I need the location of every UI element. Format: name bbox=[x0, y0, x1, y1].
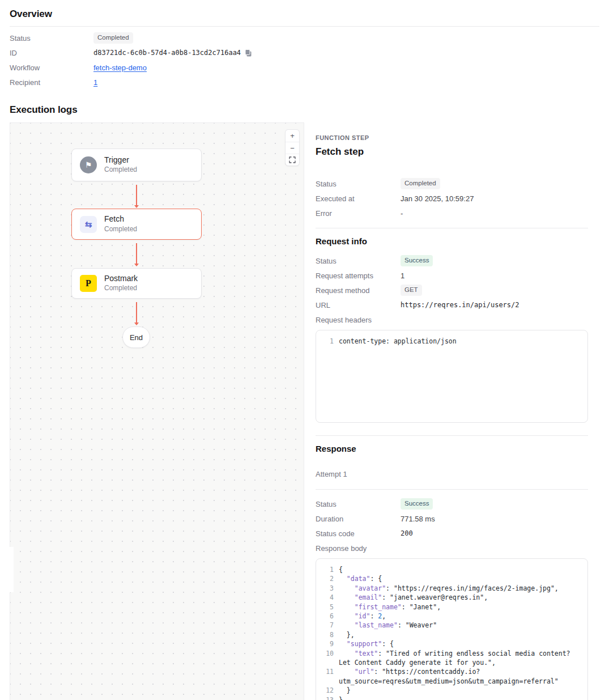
field-row: Recipient1 bbox=[10, 75, 599, 90]
workflow-node-fetch[interactable]: ⇆FetchCompleted bbox=[71, 209, 202, 240]
field-label: ID bbox=[10, 49, 93, 57]
request-info-rows: StatusSuccessRequest attempts1Request me… bbox=[316, 253, 588, 327]
code-line: 1{ bbox=[322, 565, 582, 574]
step-status-badge: Completed bbox=[401, 178, 440, 189]
request-method-badge: GET bbox=[401, 285, 422, 296]
edge-arrow bbox=[136, 243, 137, 264]
execution-logs-title: Execution logs bbox=[10, 104, 599, 116]
code-text: "support": { bbox=[339, 639, 582, 648]
canvas-controls: + − bbox=[285, 129, 300, 166]
field-label: Status bbox=[10, 34, 93, 43]
code-text: "avatar": "https://reqres.in/img/faces/2… bbox=[339, 584, 582, 593]
zoom-out-button[interactable]: − bbox=[286, 142, 299, 154]
field-label: Executed at bbox=[316, 194, 401, 203]
step-detail-panel: FUNCTION STEP Fetch step StatusCompleted… bbox=[316, 122, 588, 700]
field-row: Request headers bbox=[316, 312, 588, 327]
code-line: 9 "support": { bbox=[322, 639, 582, 648]
zoom-in-button[interactable]: + bbox=[286, 130, 299, 142]
field-label: Request headers bbox=[316, 316, 401, 324]
workflow-canvas[interactable]: + − ⚑TriggerCompleted⇆FetchCompletedPPos… bbox=[10, 122, 304, 700]
field-label: Recipient bbox=[10, 78, 93, 87]
field-label: Workflow bbox=[10, 63, 93, 72]
code-line: 10 "text": "Tired of writing endless soc… bbox=[322, 649, 582, 668]
line-number: 5 bbox=[322, 603, 334, 612]
divider bbox=[316, 435, 588, 436]
node-title: Postmark bbox=[104, 274, 138, 284]
request-info-title: Request info bbox=[316, 236, 588, 246]
workflow-node-postmark[interactable]: PPostmarkCompleted bbox=[71, 268, 202, 299]
response-body-code[interactable]: 1{2 "data": {3 "avatar": "https://reqres… bbox=[316, 558, 588, 700]
code-line: 8 }, bbox=[322, 630, 582, 639]
field-row: Response body bbox=[316, 541, 588, 555]
run-id: d83721dc-6c0b-57d4-a0b8-13cd2c716aa4 bbox=[93, 49, 241, 57]
line-number: 8 bbox=[322, 630, 334, 639]
line-number: 2 bbox=[322, 574, 334, 583]
field-row: StatusCompleted bbox=[10, 31, 599, 45]
line-number: 12 bbox=[322, 686, 334, 695]
response-rows: StatusSuccessDuration771.58 msStatus cod… bbox=[316, 497, 588, 555]
run-status-badge: Completed bbox=[93, 32, 133, 44]
error-value: - bbox=[401, 209, 403, 218]
fit-view-icon bbox=[289, 156, 296, 163]
field-row: Status code200 bbox=[316, 526, 588, 541]
code-text: }, bbox=[339, 630, 582, 639]
duration-value: 771.58 ms bbox=[401, 515, 435, 523]
executed-at-value: Jan 30 2025, 10:59:27 bbox=[401, 194, 474, 203]
code-line: 6 "id": 2, bbox=[322, 612, 582, 621]
line-number: 7 bbox=[322, 621, 334, 630]
request-attempts-value: 1 bbox=[401, 271, 404, 280]
field-row: StatusSuccess bbox=[316, 253, 588, 268]
node-title: Fetch bbox=[104, 214, 137, 224]
overview-title: Overview bbox=[10, 9, 599, 20]
edge-arrow bbox=[136, 302, 137, 323]
workflow-link: fetch-step-demo bbox=[93, 63, 147, 72]
recipient-link: 1 bbox=[93, 78, 97, 87]
end-node[interactable]: End bbox=[122, 326, 150, 348]
field-row: URLhttps://reqres.in/api/users/2 bbox=[316, 298, 588, 312]
node-title: Trigger bbox=[104, 155, 137, 166]
recipient-link[interactable]: 1 bbox=[93, 78, 97, 87]
code-text: "email": "janet.weaver@reqres.in", bbox=[339, 593, 582, 602]
code-text: content-type: application/json bbox=[339, 337, 582, 346]
request-headers-code[interactable]: 1content-type: application/json bbox=[316, 330, 588, 423]
executed-at-value: Jan 30 2025, 10:59:27 bbox=[401, 194, 474, 203]
code-line: 5 "first_name": "Janet", bbox=[322, 603, 582, 612]
code-lines: 1{2 "data": {3 "avatar": "https://reqres… bbox=[322, 565, 582, 700]
code-text: "id": 2, bbox=[339, 612, 582, 621]
code-text: { bbox=[339, 565, 582, 574]
execution-detail-page: Overview StatusCompletedIDd83721dc-6c0b-… bbox=[0, 0, 609, 700]
field-row: Workflowfetch-step-demo bbox=[10, 60, 599, 75]
request-url-value: https://reqres.in/api/users/2 bbox=[401, 301, 519, 309]
field-row: Executed atJan 30 2025, 10:59:27 bbox=[316, 191, 588, 206]
node-text: TriggerCompleted bbox=[104, 155, 137, 175]
fit-view-button[interactable] bbox=[286, 154, 299, 166]
postmark-icon: P bbox=[80, 275, 97, 292]
workflow-link[interactable]: fetch-step-demo bbox=[93, 63, 147, 72]
field-label: Error bbox=[316, 209, 401, 218]
node-text: FetchCompleted bbox=[104, 214, 137, 234]
code-text: "data": { bbox=[339, 574, 582, 583]
code-line: 7 "last_name": "Weaver" bbox=[322, 621, 582, 630]
response-status-badge: Success bbox=[401, 498, 433, 510]
duration-value: 771.58 ms bbox=[401, 515, 435, 523]
code-text: "first_name": "Janet", bbox=[339, 603, 582, 612]
line-number: 9 bbox=[322, 639, 334, 648]
node-subtitle: Completed bbox=[104, 166, 137, 175]
node-subtitle: Completed bbox=[104, 284, 138, 293]
workflow-node-trigger[interactable]: ⚑TriggerCompleted bbox=[71, 149, 202, 181]
run-status-badge: Completed bbox=[93, 32, 133, 44]
line-number: 10 bbox=[322, 649, 334, 668]
field-label: URL bbox=[316, 301, 401, 309]
line-number: 11 bbox=[322, 667, 334, 686]
copy-icon[interactable] bbox=[245, 49, 252, 57]
field-label: Status bbox=[316, 500, 401, 508]
status-code-value: 200 bbox=[401, 529, 413, 537]
step-meta: StatusCompletedExecuted atJan 30 2025, 1… bbox=[316, 176, 588, 220]
node-subtitle: Completed bbox=[104, 225, 137, 234]
request-url-value: https://reqres.in/api/users/2 bbox=[401, 301, 519, 309]
request-status-badge: Success bbox=[401, 255, 433, 266]
response-title: Response bbox=[316, 444, 588, 453]
code-line: 11 "url": "https://contentcaddy.io?utm_s… bbox=[322, 667, 582, 686]
line-number: 13 bbox=[322, 695, 334, 700]
code-line: 12 } bbox=[322, 686, 582, 695]
